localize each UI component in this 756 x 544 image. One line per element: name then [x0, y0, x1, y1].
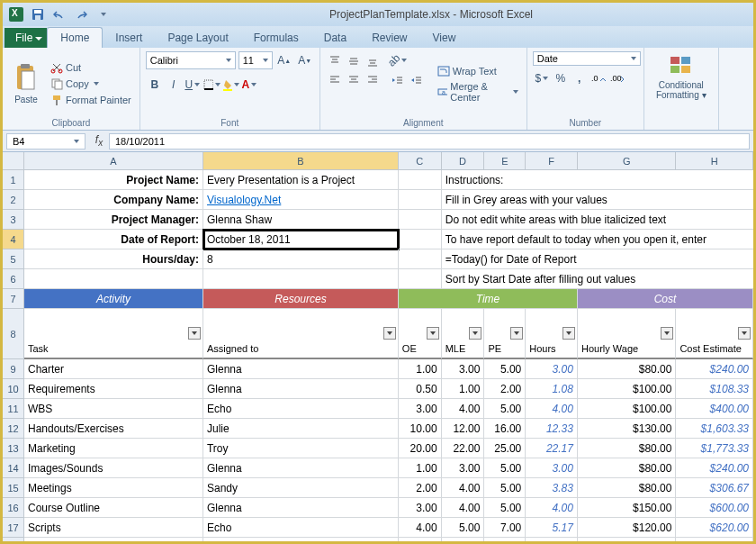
- cell-B12[interactable]: Julie: [203, 419, 399, 439]
- cell-H17[interactable]: $620.00: [676, 518, 753, 538]
- cell-G14[interactable]: $80.00: [578, 458, 676, 478]
- cell-F11[interactable]: 4.00: [526, 399, 578, 419]
- cell-E12[interactable]: 16.00: [484, 419, 526, 439]
- cell-B16[interactable]: Glenna: [203, 498, 399, 518]
- cell-C9[interactable]: 1.00: [399, 359, 442, 379]
- cell-G12[interactable]: $130.00: [578, 419, 676, 439]
- cell-G13[interactable]: $80.00: [578, 439, 676, 458]
- cell-A15[interactable]: Meetings: [24, 478, 203, 498]
- wrap-text-button[interactable]: Wrap Text: [435, 64, 521, 78]
- col-header-E[interactable]: E: [484, 152, 526, 170]
- orientation-icon[interactable]: ab: [389, 51, 407, 69]
- cell-F16[interactable]: 4.00: [526, 498, 578, 518]
- cell-C15[interactable]: 2.00: [399, 478, 442, 498]
- increase-font-icon[interactable]: A▲: [275, 51, 293, 69]
- cell-C10[interactable]: 0.50: [399, 379, 442, 399]
- cell-G10[interactable]: $100.00: [578, 379, 676, 399]
- header-task[interactable]: Task: [24, 309, 203, 359]
- cell-C11[interactable]: 3.00: [399, 399, 442, 419]
- cell-E17[interactable]: 7.00: [484, 518, 526, 538]
- cell-C13[interactable]: 20.00: [399, 439, 442, 458]
- conditional-formatting-button[interactable]: Conditional Formatting ▾: [650, 51, 713, 102]
- row-header-1[interactable]: 1: [3, 170, 24, 190]
- cell-A18[interactable]: Presentation: [24, 538, 203, 544]
- cell-D16[interactable]: 4.00: [442, 498, 485, 518]
- cell-H16[interactable]: $600.00: [676, 498, 753, 518]
- format-painter-button[interactable]: Format Painter: [48, 93, 134, 107]
- row-header-18[interactable]: 18: [3, 538, 24, 544]
- cell-A14[interactable]: Images/Sounds: [24, 458, 203, 478]
- redo-icon[interactable]: [71, 5, 91, 23]
- comma-icon[interactable]: ,: [571, 69, 589, 87]
- row-header-13[interactable]: 13: [3, 439, 24, 458]
- cell-F10[interactable]: 1.08: [526, 379, 578, 399]
- cell-H12[interactable]: $1,603.33: [676, 419, 753, 439]
- cell-B17[interactable]: Echo: [203, 518, 399, 538]
- cell-C17[interactable]: 4.00: [399, 518, 442, 538]
- cell-C18[interactable]: 20.00: [399, 538, 442, 544]
- undo-icon[interactable]: [50, 5, 69, 23]
- cell-F17[interactable]: 5.17: [526, 518, 578, 538]
- cell-H13[interactable]: $1,773.33: [676, 439, 753, 458]
- cell-F9[interactable]: 3.00: [526, 359, 578, 379]
- row-header-2[interactable]: 2: [3, 190, 24, 210]
- header-hours[interactable]: Hours: [526, 309, 578, 359]
- qat-customize-icon[interactable]: [93, 5, 112, 23]
- row-header-11[interactable]: 11: [3, 399, 24, 419]
- tab-home[interactable]: Home: [47, 27, 103, 48]
- filter-icon[interactable]: [427, 327, 439, 340]
- cell-H14[interactable]: $240.00: [676, 458, 753, 478]
- cell-B13[interactable]: Troy: [203, 439, 399, 458]
- number-format-combo[interactable]: Date: [533, 51, 641, 66]
- copy-button[interactable]: Copy: [48, 77, 134, 91]
- save-icon[interactable]: [28, 5, 48, 23]
- cell-D12[interactable]: 12.00: [442, 419, 485, 439]
- tab-review[interactable]: Review: [359, 28, 419, 48]
- row-header-14[interactable]: 14: [3, 458, 24, 478]
- cell-A17[interactable]: Scripts: [24, 518, 203, 538]
- cell-A13[interactable]: Marketing: [24, 439, 203, 458]
- font-color-button[interactable]: A: [240, 76, 258, 94]
- cell-G18[interactable]: $150.00: [578, 538, 676, 544]
- cell-A11[interactable]: WBS: [24, 399, 203, 419]
- filter-icon[interactable]: [188, 327, 201, 340]
- header-mle[interactable]: MLE: [442, 309, 485, 359]
- cell-H15[interactable]: $306.67: [676, 478, 753, 498]
- select-all-corner[interactable]: [3, 152, 24, 170]
- cell-D14[interactable]: 3.00: [442, 458, 485, 478]
- tab-data[interactable]: Data: [311, 28, 359, 48]
- decrease-indent-icon[interactable]: [389, 71, 407, 89]
- cell-B18[interactable]: Julie: [203, 538, 399, 544]
- italic-button[interactable]: I: [165, 76, 183, 94]
- underline-button[interactable]: U: [184, 76, 202, 94]
- row-header-12[interactable]: 12: [3, 419, 24, 439]
- fill-color-button[interactable]: [221, 76, 239, 94]
- cell-B14[interactable]: Glenna: [203, 458, 399, 478]
- row-header-10[interactable]: 10: [3, 379, 24, 399]
- font-name-combo[interactable]: Calibri: [146, 51, 236, 69]
- decrease-decimal-icon[interactable]: .00: [608, 69, 626, 87]
- fx-icon[interactable]: fx: [89, 133, 109, 148]
- align-middle-icon[interactable]: [345, 51, 363, 69]
- cell-B10[interactable]: Glenna: [203, 379, 399, 399]
- row-header-4[interactable]: 4: [3, 230, 24, 249]
- filter-icon[interactable]: [469, 327, 482, 340]
- header-est[interactable]: Cost Estimate: [676, 309, 753, 359]
- align-right-icon[interactable]: [364, 70, 382, 88]
- tab-view[interactable]: View: [420, 28, 469, 48]
- tab-pagelayout[interactable]: Page Layout: [155, 28, 240, 48]
- row-header-7[interactable]: 7: [3, 289, 24, 309]
- cell-B3[interactable]: Glenna Shaw: [203, 210, 399, 230]
- cell-D17[interactable]: 5.00: [442, 518, 485, 538]
- cell-F13[interactable]: 22.17: [526, 439, 578, 458]
- excel-app-icon[interactable]: [6, 5, 26, 23]
- tab-file[interactable]: File: [4, 28, 47, 48]
- font-size-combo[interactable]: 11: [238, 51, 273, 69]
- cell-H18[interactable]: $4,000.00: [676, 538, 753, 544]
- col-header-G[interactable]: G: [578, 152, 676, 170]
- cell-C16[interactable]: 3.00: [399, 498, 442, 518]
- col-header-D[interactable]: D: [442, 152, 485, 170]
- border-button[interactable]: [202, 76, 220, 94]
- cell-D15[interactable]: 4.00: [442, 478, 485, 498]
- cell-G17[interactable]: $120.00: [578, 518, 676, 538]
